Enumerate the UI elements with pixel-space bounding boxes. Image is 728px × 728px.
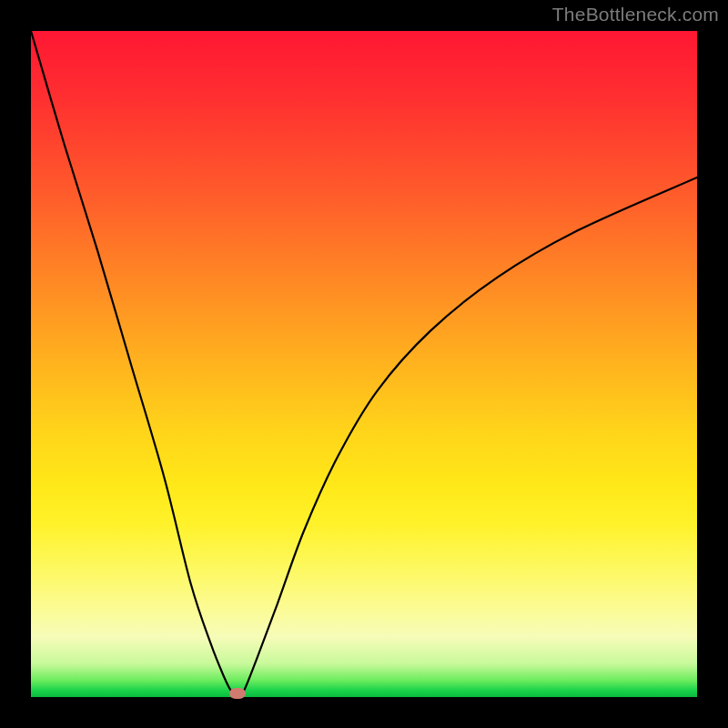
bottleneck-curve	[31, 31, 697, 697]
plot-area	[31, 31, 697, 697]
chart-frame: TheBottleneck.com	[0, 0, 728, 728]
watermark-text: TheBottleneck.com	[552, 4, 719, 25]
optimal-point-marker	[229, 688, 246, 699]
